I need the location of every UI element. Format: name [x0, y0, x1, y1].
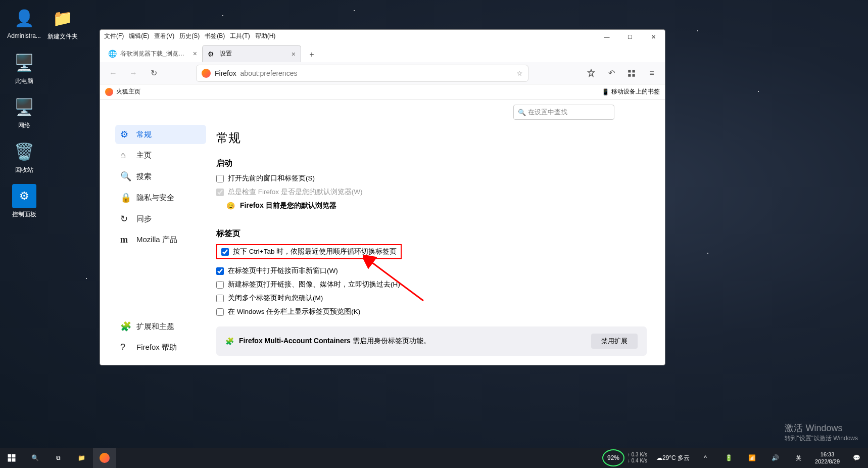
- checkbox-switch-to-new-tab[interactable]: 新建标签页打开链接、图像、媒体时，立即切换过去(H): [216, 280, 647, 289]
- checkbox-open-previous[interactable]: 打开先前的窗口和标签页(S): [216, 174, 647, 183]
- close-tab-icon[interactable]: ×: [193, 50, 197, 58]
- app-menu-button[interactable]: ≡: [644, 65, 660, 81]
- control-panel-desktop-icon[interactable]: ⚙ 控制面板: [5, 184, 43, 219]
- checkbox-ctrl-tab-order[interactable]: 按下 Ctrl+Tab 时，依照最近使用顺序循环切换标签页: [221, 247, 397, 256]
- sidebar-item-general[interactable]: ⚙ 常规: [115, 125, 206, 144]
- checkbox-input[interactable]: [216, 295, 224, 302]
- search-icon: 🔍: [120, 171, 130, 182]
- svg-rect-1: [633, 70, 635, 72]
- watermark-line1: 激活 Windows: [785, 422, 858, 434]
- network-icon: 🖥️: [12, 95, 36, 119]
- taskbar-file-explorer[interactable]: 📁: [70, 448, 93, 468]
- svg-rect-7: [12, 454, 16, 458]
- sidebar-label: 同步: [136, 214, 152, 224]
- address-bar[interactable]: Firefox about:preferences ☆: [196, 65, 528, 82]
- extension-text: Firefox Multi-Account Containers 需启用身份标签…: [239, 337, 430, 346]
- tray-wifi-icon[interactable]: 📶: [740, 448, 763, 468]
- start-button[interactable]: [0, 448, 23, 468]
- checkbox-label: 在标签页中打开链接而非新窗口(W): [228, 266, 338, 275]
- status-text: Firefox 目前是您的默认浏览器: [240, 201, 336, 210]
- clock[interactable]: 16:33 2022/8/29: [810, 451, 845, 465]
- extension-notification-box: 🧩 Firefox Multi-Account Containers 需启用身份…: [216, 326, 647, 356]
- new-folder-desktop-icon[interactable]: 📁 新建文件夹: [43, 6, 81, 41]
- svg-rect-2: [628, 74, 631, 76]
- date: 2022/8/29: [815, 458, 840, 465]
- back-button[interactable]: ←: [105, 65, 121, 81]
- network-desktop-icon[interactable]: 🖥️ 网络: [5, 95, 43, 130]
- tray-chevron-up-icon[interactable]: ^: [694, 448, 717, 468]
- sidebar-item-mozilla[interactable]: m Mozilla 产品: [115, 230, 206, 249]
- maximize-button[interactable]: ☐: [618, 30, 642, 44]
- close-button[interactable]: ✕: [642, 30, 665, 44]
- checkbox-input[interactable]: [221, 248, 229, 256]
- menu-tools[interactable]: 工具(T): [230, 32, 250, 40]
- checkbox-taskbar-preview[interactable]: 在 Windows 任务栏上显示标签页预览图(K): [216, 307, 647, 316]
- checkbox-input[interactable]: [216, 267, 224, 275]
- firefox-logo-icon: [202, 69, 211, 78]
- checkbox-label: 在 Windows 任务栏上显示标签页预览图(K): [228, 307, 360, 316]
- tab-chrome-download[interactable]: 🌐 谷歌浏览器下载_浏览器官网入口 ×: [103, 45, 202, 62]
- pin-icon[interactable]: [583, 65, 599, 81]
- sidebar-item-extensions[interactable]: 🧩 扩展和主题: [115, 317, 206, 336]
- checkbox-open-links-in-tabs[interactable]: 在标签页中打开链接而非新窗口(W): [216, 266, 647, 275]
- tab-settings[interactable]: ⚙ 设置 ×: [202, 45, 301, 62]
- icon-label: Administra...: [5, 32, 43, 39]
- search-button[interactable]: 🔍: [23, 448, 46, 468]
- weather-widget[interactable]: ☁ 29°C 多云: [652, 448, 694, 468]
- svg-rect-3: [633, 74, 635, 76]
- task-view-button[interactable]: ⧉: [46, 448, 70, 468]
- highlighted-setting-box: 按下 Ctrl+Tab 时，依照最近使用顺序循环切换标签页: [216, 244, 402, 259]
- menu-history[interactable]: 历史(S): [179, 32, 200, 40]
- tray-battery-icon[interactable]: 🔋: [717, 448, 740, 468]
- bookmark-toolbar: 火狐主页 📱 移动设备上的书签: [100, 84, 665, 100]
- checkbox-input[interactable]: [216, 281, 224, 289]
- performance-widget[interactable]: 92%: [602, 449, 624, 466]
- taskbar-firefox[interactable]: [93, 448, 116, 468]
- new-tab-button[interactable]: +: [304, 47, 319, 62]
- bookmark-mobile[interactable]: 移动设备上的书签: [611, 87, 660, 96]
- home-icon: ⌂: [120, 150, 130, 161]
- page-title: 常规: [216, 130, 647, 146]
- sidebar-item-search[interactable]: 🔍 搜索: [115, 167, 206, 186]
- menu-edit[interactable]: 编辑(E): [129, 32, 149, 40]
- checkbox-input[interactable]: [216, 175, 224, 182]
- checkbox-always-check-default[interactable]: 总是检查 Firefox 是否是您的默认浏览器(W): [216, 188, 647, 197]
- sidebar-item-home[interactable]: ⌂ 主页: [115, 146, 206, 165]
- sidebar-item-help[interactable]: ? Firefox 帮助: [115, 338, 206, 357]
- tray-volume-icon[interactable]: 🔊: [763, 448, 787, 468]
- control-panel-icon: ⚙: [12, 184, 36, 208]
- forward-button[interactable]: →: [125, 65, 141, 81]
- chrome-favicon-icon: 🌐: [108, 50, 116, 58]
- startup-heading: 启动: [216, 158, 647, 169]
- recycle-bin-desktop-icon[interactable]: 🗑️ 回收站: [5, 139, 43, 174]
- menu-file[interactable]: 文件(F): [104, 32, 124, 40]
- nav-toolbar: ← → ↻ Firefox about:preferences ☆ ↶ ≡: [100, 62, 665, 84]
- notifications-button[interactable]: 💬: [845, 448, 868, 468]
- sync-icon: ↻: [120, 213, 130, 224]
- this-pc-desktop-icon[interactable]: 🖥️ 此电脑: [5, 51, 43, 85]
- disable-extension-button[interactable]: 禁用扩展: [591, 334, 638, 349]
- user-admin-desktop-icon[interactable]: 👤 Administra...: [5, 6, 43, 39]
- bookmark-firefox-home[interactable]: 火狐主页: [116, 87, 140, 96]
- computer-icon: 🖥️: [12, 51, 36, 75]
- sidebar-item-sync[interactable]: ↻ 同步: [115, 209, 206, 228]
- search-icon: 🔍: [518, 109, 526, 116]
- tray-ime-icon[interactable]: 英: [787, 448, 810, 468]
- window-controls: — ☐ ✕: [595, 30, 665, 44]
- menu-bookmarks[interactable]: 书签(B): [205, 32, 225, 40]
- checkbox-input[interactable]: [216, 308, 224, 316]
- icon-label: 网络: [5, 121, 43, 130]
- reload-button[interactable]: ↻: [146, 65, 162, 81]
- extensions-icon[interactable]: [623, 65, 640, 81]
- minimize-button[interactable]: —: [595, 30, 618, 44]
- star-bookmark-icon[interactable]: ☆: [516, 69, 523, 77]
- menu-view[interactable]: 查看(V): [154, 32, 174, 40]
- menu-help[interactable]: 帮助(H): [255, 32, 276, 40]
- undo-icon[interactable]: ↶: [603, 65, 619, 81]
- checkbox-warn-close-multiple[interactable]: 关闭多个标签页时向您确认(M): [216, 294, 647, 303]
- close-tab-icon[interactable]: ×: [292, 50, 296, 58]
- checkbox-input[interactable]: [216, 189, 224, 196]
- sidebar-item-privacy[interactable]: 🔒 隐私与安全: [115, 188, 206, 207]
- sidebar-label: 主页: [136, 151, 152, 160]
- settings-search-input[interactable]: 🔍 在设置中查找: [513, 105, 614, 120]
